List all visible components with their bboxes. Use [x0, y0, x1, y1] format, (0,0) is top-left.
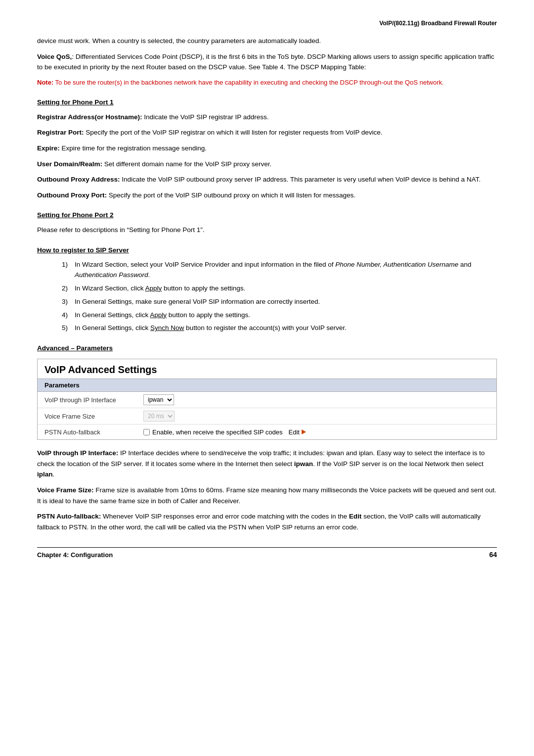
voip-through-desc-para: VoIP through IP Interface: IP Interface …: [37, 448, 497, 480]
voip-frame-size-select[interactable]: 20 ms 10 ms 30 ms 40 ms 60 ms: [143, 411, 175, 422]
intro-para-2: Voice QoS,: Differentiated Services Code…: [37, 51, 497, 73]
list-item: 1) In Wizard Section, select your VoIP S…: [62, 260, 497, 281]
voip-interface-select[interactable]: ipwan iplan: [143, 394, 174, 405]
header-title: VoIP/(802.11g) Broadband Firewall Router: [379, 20, 497, 27]
registrar-port-label: Registrar Port:: [37, 129, 84, 136]
outbound-port-label: Outbound Proxy Port:: [37, 191, 107, 199]
user-domain-label: User Domain/Realm:: [37, 160, 102, 168]
voip-row-pstn: PSTN Auto-fallback Enable, when receive …: [38, 425, 496, 439]
note-label: Note:: [37, 79, 53, 86]
note-red-text: Note: To be sure the router(s) in the ba…: [37, 78, 497, 88]
edit-link-text[interactable]: Edit: [289, 428, 306, 436]
edit-arrow-icon: [302, 429, 306, 434]
list-item: 3) In General Settings, make sure genera…: [62, 297, 497, 307]
expire-label: Expire:: [37, 144, 60, 152]
footer-chapter: Chapter 4: Configuration: [37, 551, 113, 559]
list-item: 4) In General Settings, click Apply butt…: [62, 310, 497, 321]
list-item: 2) In Wizard Section, click Apply button…: [62, 284, 497, 294]
outbound-port-para: Outbound Proxy Port: Specify the port of…: [37, 190, 497, 201]
intro-para-1: device must work. When a country is sele…: [37, 36, 497, 47]
pstn-checkbox-text: Enable, when receive the specified SIP c…: [152, 428, 283, 436]
user-domain-para: User Domain/Realm: Set different domain …: [37, 159, 497, 170]
voip-frame-size-label: Voice Frame Size: [44, 413, 143, 420]
outbound-proxy-para: Outbound Proxy Address: Indicate the VoI…: [37, 174, 497, 185]
voice-frame-desc-para: Voice Frame Size: Frame size is availabl…: [37, 485, 497, 506]
footer-page-number: 64: [489, 551, 497, 559]
voip-frame-size-control: 20 ms 10 ms 30 ms 40 ms 60 ms: [143, 411, 175, 422]
section2-heading: Setting for Phone Port 2: [37, 210, 497, 221]
pstn-enable-checkbox[interactable]: [143, 429, 150, 435]
expire-para: Expire: Expire time for the registration…: [37, 143, 497, 154]
pstn-checkbox-label[interactable]: Enable, when receive the specified SIP c…: [143, 428, 283, 436]
page-footer: Chapter 4: Configuration 64: [37, 547, 497, 559]
outbound-proxy-label: Outbound Proxy Address:: [37, 176, 120, 183]
voip-advanced-title: VoIP Advanced Settings: [38, 359, 496, 379]
voip-row-frame-size: Voice Frame Size 20 ms 10 ms 30 ms 40 ms…: [38, 408, 496, 425]
voip-through-desc-label: VoIP through IP Interface:: [37, 449, 118, 457]
voip-row-interface: VoIP through IP Interface ipwan iplan: [38, 392, 496, 408]
pstn-desc-label: PSTN Auto-fallback:: [37, 513, 101, 520]
registrar-address-label: Registrar Address(or Hostname):: [37, 113, 142, 121]
iplan-bold: iplan: [37, 471, 53, 478]
registrar-port-para: Registrar Port: Specify the port of the …: [37, 127, 497, 138]
list-item: 5) In General Settings, click Synch Now …: [62, 323, 497, 333]
voip-interface-control[interactable]: ipwan iplan: [143, 394, 174, 405]
voice-frame-desc-label: Voice Frame Size:: [37, 486, 94, 494]
voip-interface-label: VoIP through IP Interface: [44, 396, 143, 404]
ipwan-bold: ipwan: [294, 460, 313, 468]
sip-steps-list: 1) In Wizard Section, select your VoIP S…: [52, 260, 497, 334]
voip-advanced-settings-box: VoIP Advanced Settings Parameters VoIP t…: [37, 359, 497, 440]
section1-heading: Setting for Phone Port 1: [37, 97, 497, 108]
voip-pstn-control[interactable]: Enable, when receive the specified SIP c…: [143, 428, 306, 436]
pstn-desc-para: PSTN Auto-fallback: Whenever VoIP SIP re…: [37, 511, 497, 532]
section3-heading: How to register to SIP Server: [37, 245, 497, 256]
registrar-address-para: Registrar Address(or Hostname): Indicate…: [37, 112, 497, 123]
voip-table-header: Parameters: [38, 379, 496, 392]
section4-heading: Advanced – Parameters: [37, 343, 497, 354]
edit-bold-label: Edit: [349, 513, 362, 520]
page-header: VoIP/(802.11g) Broadband Firewall Router: [37, 20, 497, 27]
voip-pstn-label: PSTN Auto-fallback: [44, 428, 143, 436]
section2-desc: Please refer to descriptions in “Setting…: [37, 225, 497, 236]
voice-qos-label: Voice QoS,: [37, 53, 72, 60]
